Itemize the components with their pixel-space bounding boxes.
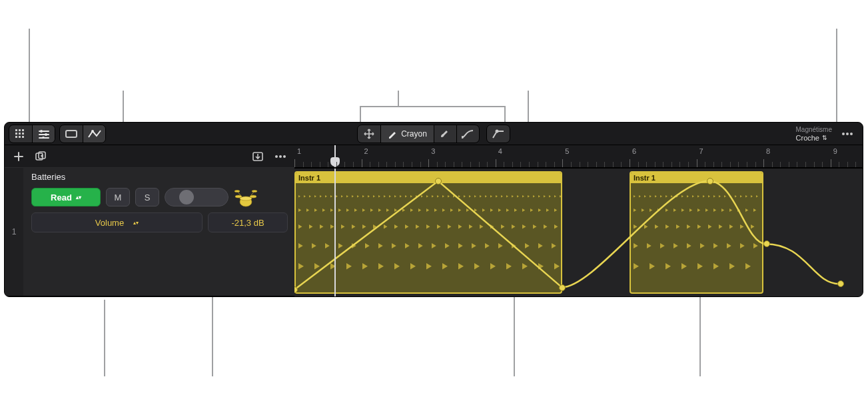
tracks-area[interactable]: Instr 1Instr 1 <box>294 168 863 296</box>
mixer-button[interactable] <box>32 125 55 143</box>
ruler-bar-label: 2 <box>364 147 368 155</box>
svg-point-21 <box>850 133 853 135</box>
move-icon <box>364 129 374 139</box>
track-number: 1 <box>5 168 23 296</box>
automation-node[interactable] <box>707 178 713 185</box>
sort-icon: ▴▾ <box>76 196 81 199</box>
automation-node[interactable] <box>763 240 770 247</box>
track-header-toolbar <box>5 145 294 168</box>
callout-line <box>123 91 124 123</box>
playhead-line[interactable] <box>334 169 336 296</box>
ruler-bar-label: 8 <box>766 147 770 155</box>
callout-line <box>504 106 506 123</box>
import-button[interactable] <box>250 149 265 164</box>
snap-menu[interactable]: Magnétisme Croche ⇅ <box>796 125 832 143</box>
track-row[interactable]: 1 Batteries Read ▴▾ M S <box>5 168 294 296</box>
svg-rect-6 <box>15 136 17 138</box>
svg-point-27 <box>283 155 286 158</box>
mute-label: M <box>115 193 122 202</box>
svg-rect-7 <box>19 136 21 138</box>
more-menu-button[interactable] <box>836 125 859 143</box>
ellipsis-icon <box>841 132 853 136</box>
drum-kit-icon <box>234 187 258 207</box>
svg-point-33 <box>234 191 240 193</box>
brush-tool-button[interactable] <box>434 125 456 143</box>
grid-icon <box>15 129 26 139</box>
callout-line <box>528 91 529 123</box>
automation-view-button[interactable] <box>83 125 105 143</box>
toolbar-center: Crayon <box>5 125 863 143</box>
track-header-panel: 1 Batteries Read ▴▾ M S <box>5 145 294 296</box>
add-point-segment <box>486 125 510 143</box>
svg-point-20 <box>846 133 849 135</box>
edit-tools-segment: Crayon <box>357 125 480 143</box>
svg-rect-4 <box>19 133 21 135</box>
pencil-tool-button[interactable]: Crayon <box>380 125 434 143</box>
svg-rect-5 <box>22 133 24 135</box>
svg-point-26 <box>279 155 282 158</box>
svg-point-31 <box>250 195 256 198</box>
svg-point-16 <box>91 130 94 133</box>
add-automation-point-button[interactable] <box>487 125 510 143</box>
timeline: 123456789 Instr 1Instr 1 <box>294 145 863 296</box>
automation-icon <box>88 129 101 139</box>
plus-icon <box>13 151 24 162</box>
svg-point-25 <box>275 155 278 158</box>
pan-slider[interactable] <box>165 188 228 206</box>
automation-node[interactable] <box>435 178 442 185</box>
automation-node[interactable] <box>559 284 566 291</box>
ruler-bar-label: 7 <box>699 147 703 155</box>
automation-mode-menu[interactable]: Read ▴▾ <box>31 188 101 206</box>
add-point-icon <box>492 129 504 139</box>
svg-rect-8 <box>22 136 24 138</box>
automation-curve[interactable] <box>294 169 863 296</box>
move-tool-button[interactable] <box>358 125 380 143</box>
pencil-tool-label: Crayon <box>401 129 427 139</box>
track-more-button[interactable] <box>273 149 288 164</box>
svg-rect-15 <box>66 131 77 137</box>
ruler-bar-label: 5 <box>565 147 569 155</box>
duplicate-icon <box>35 151 47 162</box>
svg-rect-0 <box>15 129 17 131</box>
duplicate-track-button[interactable] <box>34 149 49 164</box>
ruler-bar-label: 6 <box>632 147 636 155</box>
automation-mode-value: Read <box>51 193 72 202</box>
curve-icon <box>462 129 474 139</box>
svg-point-35 <box>252 191 257 193</box>
svg-point-13 <box>45 133 47 136</box>
mute-button[interactable]: M <box>106 188 130 206</box>
svg-rect-1 <box>19 129 21 131</box>
toolbar: Crayon <box>5 123 863 145</box>
snap-value: Croche <box>796 134 819 143</box>
automation-parameter-name: Volume <box>95 218 124 228</box>
rectangle-icon <box>65 130 77 138</box>
callout-line <box>360 106 504 107</box>
ruler-bar-label: 4 <box>498 147 502 155</box>
import-icon <box>252 151 264 162</box>
svg-point-14 <box>42 137 45 139</box>
brush-icon <box>440 129 450 139</box>
sort-icon: ▴▾ <box>133 221 139 224</box>
automation-value-display[interactable]: -21,3 dB <box>208 212 288 232</box>
view-segment-left <box>9 125 55 143</box>
svg-rect-3 <box>15 133 17 135</box>
callout-line <box>398 91 399 106</box>
pan-knob[interactable] <box>179 190 194 204</box>
ruler-bar-label: 9 <box>833 147 837 155</box>
svg-rect-2 <box>22 129 24 131</box>
library-button[interactable] <box>9 125 32 143</box>
logic-pro-window: Crayon <box>4 122 863 297</box>
curve-tool-button[interactable] <box>456 125 479 143</box>
automation-value: -21,3 dB <box>231 218 264 228</box>
automation-node[interactable] <box>837 280 844 287</box>
ruler-bar-label: 1 <box>297 147 301 155</box>
solo-label: S <box>145 193 151 202</box>
ruler[interactable]: 123456789 <box>294 145 863 168</box>
track-name[interactable]: Batteries <box>31 172 288 182</box>
region-view-button[interactable] <box>60 125 83 143</box>
ellipsis-icon <box>274 155 286 159</box>
automation-parameter-menu[interactable]: Volume ▴▾ <box>31 212 203 232</box>
solo-button[interactable]: S <box>135 188 159 206</box>
svg-point-30 <box>235 195 242 198</box>
add-track-button[interactable] <box>11 149 26 164</box>
